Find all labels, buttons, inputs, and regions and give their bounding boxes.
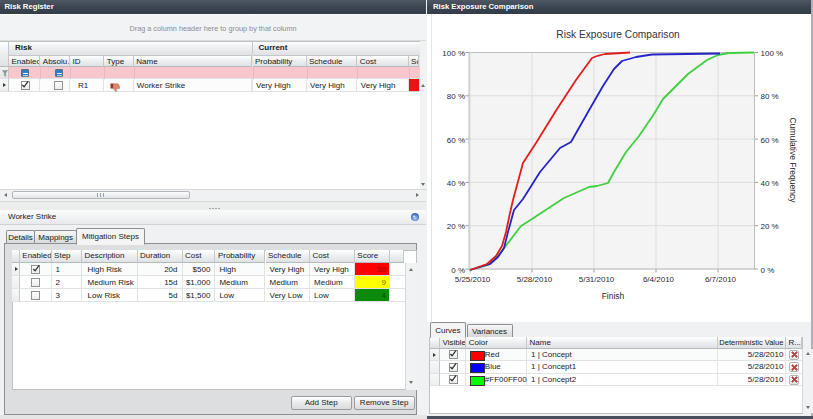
svg-text:Finish: Finish bbox=[602, 291, 625, 301]
svg-text:60 %: 60 % bbox=[447, 136, 465, 145]
svg-text:40 %: 40 % bbox=[761, 179, 779, 188]
svg-text:5/25/2010: 5/25/2010 bbox=[455, 275, 491, 284]
svg-text:80 %: 80 % bbox=[761, 92, 779, 101]
svg-text:0 %: 0 % bbox=[451, 266, 465, 275]
svg-text:5/31/2010: 5/31/2010 bbox=[579, 275, 615, 284]
svg-text:60 %: 60 % bbox=[761, 136, 779, 145]
svg-text:100 %: 100 % bbox=[761, 49, 784, 58]
svg-text:40 %: 40 % bbox=[447, 179, 465, 188]
svg-text:5/28/2010: 5/28/2010 bbox=[517, 275, 553, 284]
svg-text:6/4/2010: 6/4/2010 bbox=[643, 275, 675, 284]
svg-text:Cumulative Frequency: Cumulative Frequency bbox=[788, 117, 798, 203]
svg-text:6/7/2010: 6/7/2010 bbox=[705, 275, 737, 284]
svg-text:20 %: 20 % bbox=[761, 222, 779, 231]
svg-text:100 %: 100 % bbox=[442, 49, 465, 58]
svg-text:Risk Exposure Comparison: Risk Exposure Comparison bbox=[556, 29, 679, 40]
svg-text:0 %: 0 % bbox=[761, 266, 775, 275]
svg-text:20 %: 20 % bbox=[447, 222, 465, 231]
svg-text:80 %: 80 % bbox=[447, 92, 465, 101]
